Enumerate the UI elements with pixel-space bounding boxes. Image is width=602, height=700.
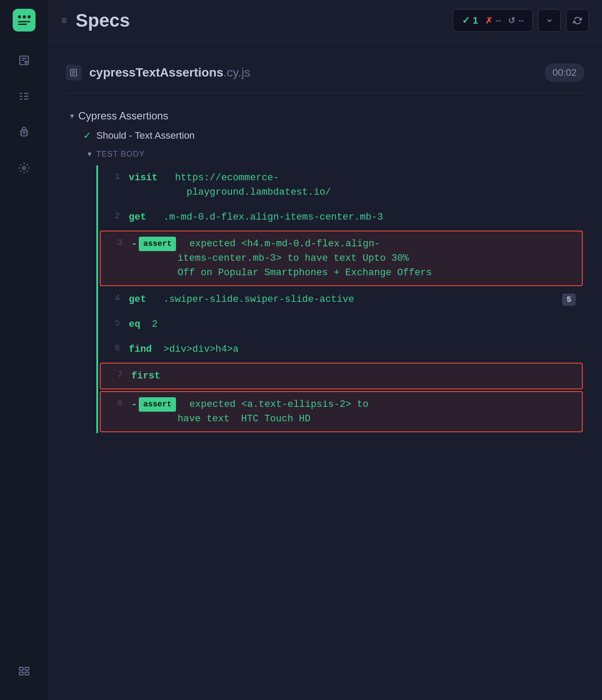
file-header: cypressTextAssertions.cy.js 00:02	[66, 55, 584, 93]
line-content-4: get .swiper-slide.swiper-slide-active	[129, 292, 553, 307]
line-number-3: 3	[109, 237, 123, 248]
content-area: cypressTextAssertions.cy.js 00:02 ▾ Cypr…	[48, 42, 602, 700]
line-number-1: 1	[107, 171, 120, 182]
code-line-3: 3 -assert expected <h4.m-md-0.d-flex.ali…	[100, 231, 583, 286]
fail-count: --	[496, 16, 501, 25]
code-line-8: 8 -assert expected <a.text-ellipsis-2> t…	[100, 391, 583, 432]
line-content-7: first	[131, 369, 573, 383]
sidebar-item-specs[interactable]	[13, 49, 35, 72]
svg-point-1	[25, 61, 27, 63]
header-controls: ✓ 1 ✗ -- ↺ --	[453, 9, 589, 32]
fail-status: ✗ --	[485, 15, 501, 26]
line-number-2: 2	[107, 210, 120, 221]
spinner-icon: ↺	[508, 15, 515, 26]
test-name: Should - Text Assertion	[96, 130, 195, 141]
code-line-7: 7 first	[100, 363, 583, 389]
line-content-3: -assert expected <h4.m-md-0.d-flex.align…	[131, 237, 573, 280]
code-line-6: 6 find >div>div>h4>a	[98, 337, 584, 362]
file-icon	[66, 65, 81, 80]
pass-status: ✓ 1	[462, 15, 478, 26]
refresh-button[interactable]	[566, 9, 589, 32]
test-item: ✓ Should - Text Assertion	[70, 126, 584, 146]
test-body-header: ▾ TEST BODY	[88, 146, 584, 165]
chevron-small-icon: ▾	[88, 149, 92, 159]
svg-rect-18	[19, 672, 23, 675]
code-container: 1 visit https://ecommerce- playground.la…	[96, 165, 584, 433]
sidebar-bottom	[13, 660, 35, 691]
code-line-1: 1 visit https://ecommerce- playground.la…	[98, 165, 584, 205]
sidebar-item-debug[interactable]	[13, 121, 35, 144]
header: ≡ Specs ✓ 1 ✗ -- ↺ --	[48, 0, 602, 42]
test-pass-icon: ✓	[83, 130, 91, 141]
line-content-2: get .m-md-0.d-flex.align-items-center.mb…	[129, 210, 576, 224]
assert-badge-3: assert	[139, 237, 176, 251]
line-content-8: -assert expected <a.text-ellipsis-2> to …	[131, 397, 573, 426]
test-body: ▾ TEST BODY 1 visit https://ecommerce- p…	[88, 146, 584, 433]
spinner-status: ↺ --	[508, 15, 524, 26]
line-content-1: visit https://ecommerce- playground.lamb…	[129, 171, 576, 200]
svg-rect-16	[19, 667, 23, 670]
pass-count: 1	[473, 15, 478, 26]
sidebar-item-shortcuts[interactable]	[13, 660, 35, 682]
line-number-6: 6	[107, 342, 120, 353]
svg-rect-17	[25, 667, 29, 670]
svg-rect-19	[25, 672, 29, 675]
suite-header[interactable]: ▾ Cypress Assertions	[70, 106, 584, 126]
assert-badge-8: assert	[139, 397, 176, 412]
test-tree: ▾ Cypress Assertions ✓ Should - Text Ass…	[66, 106, 584, 433]
code-line-4: 4 get .swiper-slide.swiper-slide-active …	[98, 287, 584, 312]
file-info: cypressTextAssertions.cy.js	[66, 65, 250, 80]
checkmark-icon: ✓	[462, 15, 470, 26]
line-number-8: 8	[109, 397, 123, 408]
chevron-down-icon: ▾	[70, 111, 74, 121]
line-badge-4: 5	[562, 294, 576, 306]
test-suite: ▾ Cypress Assertions ✓ Should - Text Ass…	[70, 106, 584, 433]
line-number-7: 7	[109, 369, 123, 380]
code-lines: 1 visit https://ecommerce- playground.la…	[98, 165, 584, 433]
line-number-5: 5	[107, 317, 120, 328]
line-content-6: find >div>div>h4>a	[129, 342, 576, 357]
sidebar-item-runs[interactable]	[13, 85, 35, 108]
test-body-label: TEST BODY	[96, 150, 145, 159]
svg-point-15	[23, 167, 26, 170]
main-content: ≡ Specs ✓ 1 ✗ -- ↺ --	[48, 0, 602, 700]
sidebar-nav	[13, 49, 35, 660]
page-title: Specs	[76, 10, 444, 31]
line-number-4: 4	[107, 292, 120, 303]
code-line-2: 2 get .m-md-0.d-flex.align-items-center.…	[98, 205, 584, 230]
x-icon: ✗	[485, 15, 493, 26]
file-extension: .cy.js	[223, 66, 250, 79]
status-bar: ✓ 1 ✗ -- ↺ --	[453, 9, 533, 32]
file-name: cypressTextAssertions.cy.js	[89, 66, 250, 80]
dropdown-button[interactable]	[538, 9, 561, 32]
sidebar	[0, 0, 48, 700]
specs-menu-icon: ≡	[61, 15, 67, 26]
suite-name: Cypress Assertions	[78, 110, 168, 122]
code-line-5: 5 eq 2	[98, 312, 584, 337]
app-logo[interactable]	[13, 9, 35, 32]
line-content-5: eq 2	[129, 317, 576, 332]
file-timer: 00:02	[545, 63, 584, 82]
spinner-count: --	[518, 16, 524, 25]
sidebar-item-settings[interactable]	[13, 157, 35, 179]
